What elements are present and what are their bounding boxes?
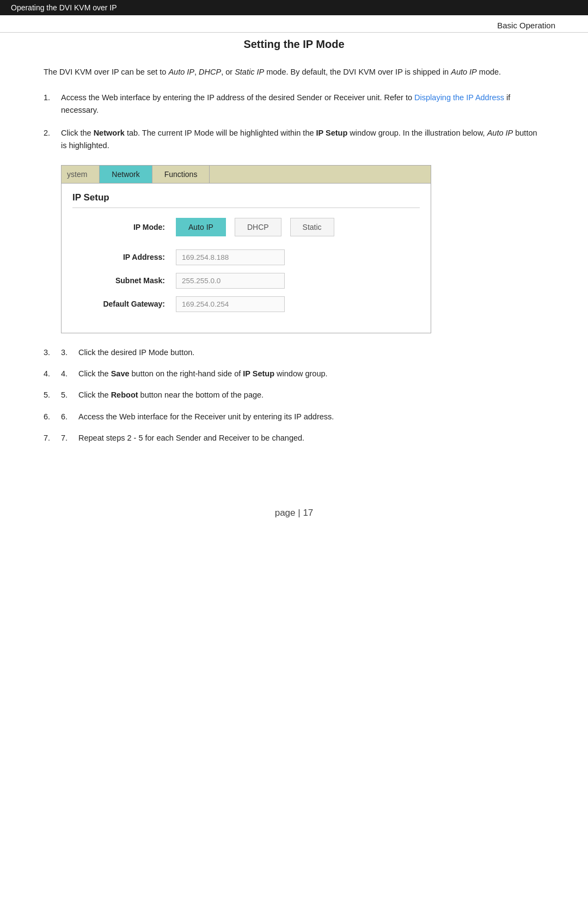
- ip-mode-row: IP Mode: Auto IP DHCP Static: [83, 218, 420, 236]
- ip-setup-title: IP Setup: [72, 192, 420, 208]
- step-3-text: Click the desired IP Mode button.: [78, 346, 544, 359]
- step-7-text: Repeat steps 2 - 5 for each Sender and R…: [78, 432, 544, 444]
- step-4-save-bold: Save: [111, 369, 130, 378]
- ui-screenshot-box: ystem Network Functions IP Setup IP Mode…: [61, 165, 431, 333]
- subnet-mask-input[interactable]: [176, 273, 285, 289]
- default-gateway-row: Default Gateway:: [83, 296, 420, 312]
- tab-functions-label: Functions: [164, 170, 198, 179]
- tab-network-label: Network: [112, 170, 139, 179]
- step-2-auto-ip-italic: Auto IP: [487, 129, 513, 137]
- step-5-text: Click the Reboot button near the bottom …: [78, 389, 544, 401]
- step-4-text: Click the Save button on the right-hand …: [78, 368, 544, 380]
- intro-paragraph: The DVI KVM over IP can be set to Auto I…: [44, 66, 544, 78]
- intro-auto-ip2: Auto IP: [451, 68, 477, 76]
- step-5-num: 5.: [61, 389, 78, 401]
- ui-body: IP Setup IP Mode: Auto IP DHCP Static IP…: [62, 184, 431, 333]
- page-number: page | 17: [275, 508, 314, 518]
- step-2-network-bold: Network: [94, 129, 125, 137]
- step-1-text: Access the Web interface by entering the…: [61, 91, 544, 117]
- ip-address-label: IP Address:: [83, 253, 165, 261]
- step-4-num: 4.: [61, 368, 78, 380]
- section-header: Basic Operation: [0, 15, 588, 32]
- intro-comma1: ,: [194, 68, 199, 76]
- step-6-num: 6.: [61, 411, 78, 423]
- intro-text-1: The DVI KVM over IP can be set to: [44, 68, 168, 76]
- displaying-ip-address-link[interactable]: Displaying the IP Address: [414, 93, 504, 102]
- intro-text-3: mode.: [477, 68, 501, 76]
- step-2: Click the Network tab. The current IP Mo…: [44, 127, 544, 152]
- page-content: Setting the IP Mode The DVI KVM over IP …: [0, 33, 588, 486]
- page-title: Setting the IP Mode: [44, 38, 544, 51]
- page-footer: page | 17: [0, 486, 588, 535]
- step-5: 5. Click the Reboot button near the bott…: [44, 389, 544, 401]
- step-2-ipsetup-bold: IP Setup: [316, 129, 348, 137]
- subnet-mask-label: Subnet Mask:: [83, 276, 165, 285]
- ip-mode-buttons: Auto IP DHCP Static: [176, 218, 334, 236]
- step-6-text: Access the Web interface for the Receive…: [78, 411, 544, 423]
- intro-comma2: , or: [221, 68, 235, 76]
- default-gateway-label: Default Gateway:: [83, 300, 165, 308]
- step-1: Access the Web interface by entering the…: [44, 91, 544, 117]
- step-3: 3. Click the desired IP Mode button.: [44, 346, 544, 359]
- ip-mode-label: IP Mode:: [83, 223, 165, 231]
- tab-system-label: ystem: [67, 170, 87, 179]
- tab-functions[interactable]: Functions: [152, 166, 210, 183]
- ip-address-row: IP Address:: [83, 249, 420, 265]
- tab-system[interactable]: ystem: [62, 166, 100, 183]
- top-bar-label: Operating the DVI KVM over IP: [11, 3, 117, 12]
- section-header-text: Basic Operation: [497, 21, 555, 30]
- step-6: 6. Access the Web interface for the Rece…: [44, 411, 544, 423]
- step-7-num: 7.: [61, 432, 78, 444]
- dhcp-button[interactable]: DHCP: [235, 218, 281, 236]
- intro-static-ip: Static IP: [235, 68, 264, 76]
- step-4: 4. Click the Save button on the right-ha…: [44, 368, 544, 380]
- subnet-mask-row: Subnet Mask:: [83, 273, 420, 289]
- step-7: 7. Repeat steps 2 - 5 for each Sender an…: [44, 432, 544, 444]
- auto-ip-button[interactable]: Auto IP: [176, 218, 226, 236]
- top-bar: Operating the DVI KVM over IP: [0, 0, 588, 15]
- intro-text-2: mode. By default, the DVI KVM over IP is…: [264, 68, 451, 76]
- steps-list: Access the Web interface by entering the…: [44, 91, 544, 152]
- ip-address-input[interactable]: [176, 249, 285, 265]
- tab-network[interactable]: Network: [100, 166, 152, 183]
- step-3-num: 3.: [61, 346, 78, 359]
- step-4-ipsetup-bold: IP Setup: [243, 369, 274, 378]
- default-gateway-input[interactable]: [176, 296, 285, 312]
- static-button[interactable]: Static: [290, 218, 334, 236]
- intro-auto-ip: Auto IP: [168, 68, 194, 76]
- step-5-reboot-bold: Reboot: [111, 391, 138, 399]
- step-2-text: Click the Network tab. The current IP Mo…: [61, 127, 544, 152]
- intro-dhcp: DHCP: [199, 68, 221, 76]
- bottom-steps-list: 3. Click the desired IP Mode button. 4. …: [44, 346, 544, 444]
- ui-tab-bar: ystem Network Functions: [62, 166, 431, 184]
